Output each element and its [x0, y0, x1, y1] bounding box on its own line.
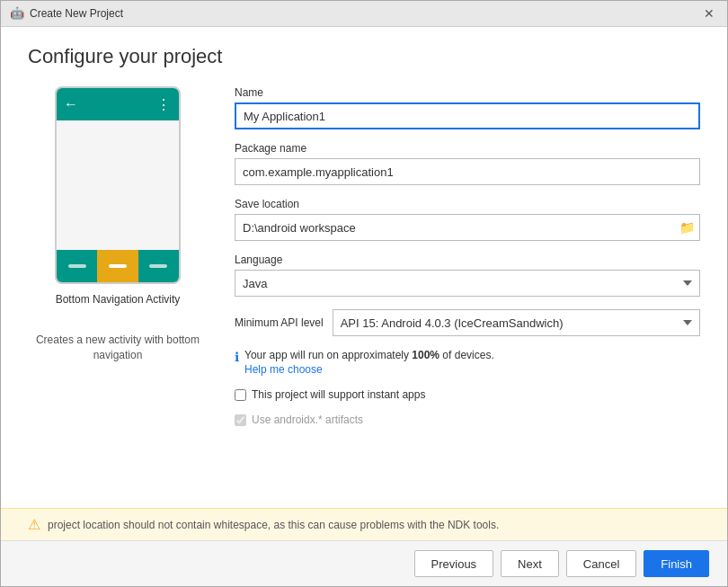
- main-area: ← ⋮: [28, 86, 700, 508]
- close-button[interactable]: ✕: [700, 6, 718, 21]
- page-title: Configure your project: [28, 45, 700, 68]
- warning-bar: ⚠ project location should not contain wh…: [1, 508, 727, 540]
- save-location-input[interactable]: [235, 214, 700, 241]
- warning-icon: ⚠: [28, 516, 40, 533]
- language-select[interactable]: Java Kotlin: [235, 270, 700, 297]
- instant-apps-label[interactable]: This project will support instant apps: [252, 388, 425, 401]
- phone-mockup: ← ⋮: [55, 86, 181, 284]
- phone-top-bar: ← ⋮: [57, 88, 179, 120]
- folder-icon[interactable]: 📁: [679, 220, 695, 235]
- info-row: ℹ Your app will run on approximately 100…: [235, 349, 700, 376]
- package-input[interactable]: [235, 158, 700, 185]
- create-project-dialog: 🤖 Create New Project ✕ Configure your pr…: [0, 0, 728, 587]
- title-bar-left: 🤖 Create New Project: [10, 6, 123, 21]
- name-input[interactable]: [235, 102, 700, 129]
- package-label: Package name: [235, 142, 700, 155]
- package-field-group: Package name: [235, 142, 700, 185]
- phone-nav-dot-2: [109, 264, 127, 268]
- androidx-label: Use androidx.* artifacts: [252, 414, 363, 426]
- info-content: Your app will run on approximately 100% …: [244, 349, 494, 376]
- api-row: Minimum API level API 15: Android 4.0.3 …: [235, 309, 700, 336]
- androidx-checkbox-row: Use androidx.* artifacts: [235, 414, 700, 426]
- info-text: Your app will run on approximately 100% …: [244, 349, 494, 361]
- androidx-checkbox: [235, 414, 246, 426]
- activity-label: Bottom Navigation Activity: [56, 293, 181, 306]
- language-label: Language: [235, 253, 700, 266]
- name-field-group: Name: [235, 86, 700, 129]
- info-icon: ℹ: [235, 350, 239, 364]
- api-label: Minimum API level: [235, 316, 324, 329]
- phone-content: [57, 120, 179, 250]
- button-bar: Previous Next Cancel Finish: [1, 540, 727, 586]
- cancel-button[interactable]: Cancel: [566, 550, 636, 577]
- dialog-content: Configure your project ← ⋮: [1, 27, 727, 508]
- phone-back-icon: ←: [64, 96, 78, 112]
- left-panel: ← ⋮: [28, 86, 208, 508]
- save-location-wrapper: 📁: [235, 214, 700, 241]
- phone-bottom-nav: [57, 250, 179, 282]
- phone-nav-dot-1: [68, 264, 86, 268]
- language-field-group: Language Java Kotlin: [235, 253, 700, 297]
- warning-text: project location should not contain whit…: [48, 519, 499, 531]
- api-select[interactable]: API 15: Android 4.0.3 (IceCreamSandwich)…: [333, 309, 700, 336]
- phone-nav-item-2: [97, 250, 138, 282]
- instant-apps-checkbox[interactable]: [235, 389, 246, 401]
- phone-nav-dot-3: [149, 264, 167, 268]
- right-panel: Name Package name Save location 📁: [235, 86, 700, 508]
- help-link[interactable]: Help me choose: [244, 363, 494, 376]
- next-button[interactable]: Next: [501, 550, 559, 577]
- info-section: ℹ Your app will run on approximately 100…: [235, 349, 700, 376]
- previous-button[interactable]: Previous: [414, 550, 494, 577]
- phone-nav-item-1: [57, 250, 97, 282]
- name-label: Name: [235, 86, 700, 99]
- phone-nav-item-3: [138, 250, 179, 282]
- save-location-field-group: Save location 📁: [235, 198, 700, 241]
- activity-desc: Creates a new activity with bottom navig…: [28, 333, 208, 363]
- phone-menu-icon: ⋮: [156, 96, 172, 113]
- instant-apps-checkbox-row: This project will support instant apps: [235, 388, 700, 401]
- dialog-icon: 🤖: [10, 6, 24, 21]
- title-bar-text: Create New Project: [30, 7, 123, 20]
- title-bar: 🤖 Create New Project ✕: [1, 1, 727, 27]
- finish-button[interactable]: Finish: [644, 550, 709, 577]
- save-location-label: Save location: [235, 198, 700, 210]
